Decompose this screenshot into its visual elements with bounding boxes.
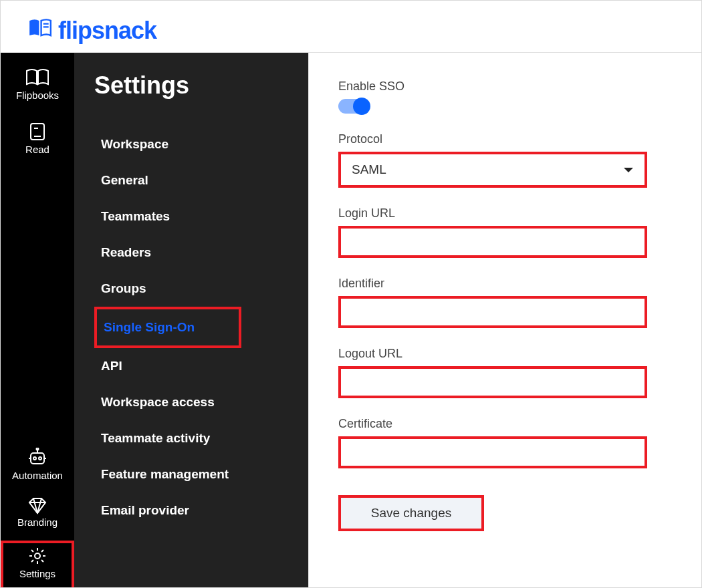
chevron-down-icon xyxy=(623,162,634,177)
toggle-knob xyxy=(353,98,370,115)
login-url-field: Login URL xyxy=(338,206,688,258)
settings-item-workspace-access[interactable]: Workspace access xyxy=(94,384,308,420)
protocol-label: Protocol xyxy=(338,132,688,146)
logout-url-field: Logout URL xyxy=(338,347,688,398)
book-open-icon xyxy=(1,67,74,88)
certificate-label: Certificate xyxy=(338,417,688,431)
brand-logo[interactable]: flipsnack xyxy=(27,17,156,45)
protocol-value: SAML xyxy=(352,162,386,177)
rail-item-automation[interactable]: Automation xyxy=(1,444,74,490)
book-logo-icon xyxy=(27,17,53,45)
logout-url-label: Logout URL xyxy=(338,347,688,361)
enable-sso-toggle[interactable] xyxy=(338,99,369,114)
login-url-input[interactable] xyxy=(338,226,647,258)
enable-sso-field: Enable SSO xyxy=(338,80,688,114)
settings-item-api[interactable]: API xyxy=(94,348,308,384)
rail-item-read[interactable]: Read xyxy=(1,118,74,164)
identifier-label: Identifier xyxy=(338,277,688,291)
rail-label: Branding xyxy=(17,517,57,528)
brand-name: flipsnack xyxy=(58,17,156,45)
robot-icon xyxy=(1,448,74,468)
page-icon xyxy=(1,122,74,142)
certificate-field: Certificate xyxy=(338,417,688,468)
settings-item-teammates[interactable]: Teammates xyxy=(94,198,308,235)
svg-point-5 xyxy=(39,457,41,460)
svg-point-10 xyxy=(35,553,40,559)
settings-item-single-sign-on[interactable]: Single Sign-On xyxy=(94,307,241,348)
rail-label: Read xyxy=(25,144,49,155)
nav-rail: Flipbooks Read Auto xyxy=(1,53,74,587)
diamond-icon xyxy=(1,497,74,514)
settings-item-feature-management[interactable]: Feature management xyxy=(94,456,308,492)
settings-title: Settings xyxy=(94,71,308,100)
sso-form: Enable SSO Protocol SAML Login URL Ident… xyxy=(309,53,701,531)
rail-item-flipbooks[interactable]: Flipbooks xyxy=(1,63,74,110)
rail-label: Flipbooks xyxy=(16,90,59,101)
settings-item-readers[interactable]: Readers xyxy=(94,235,308,271)
protocol-select[interactable]: SAML xyxy=(338,152,647,188)
svg-point-4 xyxy=(33,457,36,460)
gear-icon xyxy=(3,546,72,566)
rail-label: Settings xyxy=(19,568,55,579)
rail-item-branding[interactable]: Branding xyxy=(1,493,74,537)
content-wrap: Enable SSO Protocol SAML Login URL Ident… xyxy=(308,53,701,587)
app-header: flipsnack xyxy=(1,1,701,53)
svg-rect-0 xyxy=(31,124,44,140)
rail-item-settings[interactable]: Settings xyxy=(1,541,74,588)
app-body: Flipbooks Read Auto xyxy=(1,53,701,587)
login-url-label: Login URL xyxy=(338,206,688,220)
rail-label: Automation xyxy=(12,470,63,481)
settings-item-email-provider[interactable]: Email provider xyxy=(94,492,308,529)
settings-item-groups[interactable]: Groups xyxy=(94,271,308,307)
settings-panel: Settings WorkspaceGeneralTeammatesReader… xyxy=(74,53,308,587)
settings-item-workspace[interactable]: Workspace xyxy=(94,126,308,162)
protocol-field: Protocol SAML xyxy=(338,132,688,188)
enable-sso-label: Enable SSO xyxy=(338,80,688,94)
save-changes-button[interactable]: Save changes xyxy=(338,495,484,531)
identifier-input[interactable] xyxy=(338,296,647,328)
certificate-input[interactable] xyxy=(338,436,647,468)
logout-url-input[interactable] xyxy=(338,366,647,398)
settings-item-general[interactable]: General xyxy=(94,162,308,198)
settings-menu-list: WorkspaceGeneralTeammatesReadersGroupsSi… xyxy=(94,126,308,529)
identifier-field: Identifier xyxy=(338,277,688,328)
settings-item-teammate-activity[interactable]: Teammate activity xyxy=(94,420,308,456)
